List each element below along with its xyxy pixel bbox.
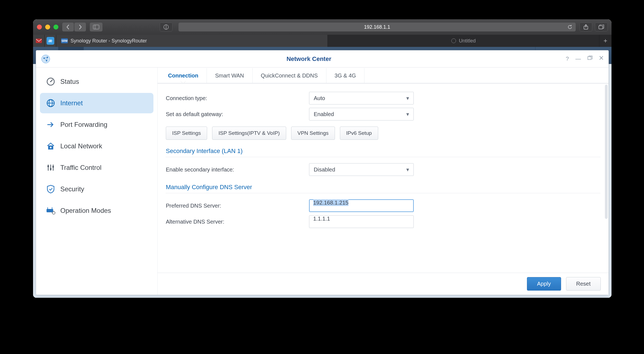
svg-rect-5 bbox=[599, 26, 603, 29]
privacy-button[interactable] bbox=[160, 23, 172, 31]
home-network-icon bbox=[46, 141, 55, 151]
connection-type-select[interactable]: Auto ▾ bbox=[309, 92, 414, 104]
alternative-dns-input[interactable]: 1.1.1.1 bbox=[309, 215, 414, 228]
reload-button[interactable] bbox=[567, 25, 572, 29]
default-gateway-label: Set as default gateway: bbox=[166, 111, 309, 117]
svg-point-43 bbox=[52, 166, 54, 168]
svg-rect-0 bbox=[93, 25, 99, 29]
srm-badge-icon: SRM bbox=[61, 38, 68, 43]
svg-point-41 bbox=[47, 165, 49, 167]
apply-button[interactable]: Apply bbox=[527, 277, 561, 291]
row-preferred-dns: Preferred DNS Server: 192.168.1.215 bbox=[166, 199, 600, 212]
back-button[interactable] bbox=[62, 23, 74, 31]
chevron-down-icon: ▾ bbox=[406, 95, 409, 101]
maximize-button[interactable] bbox=[588, 56, 592, 62]
maximize-window-button[interactable] bbox=[53, 25, 58, 29]
sidebar-item-label: Security bbox=[60, 185, 84, 193]
row-default-gateway: Set as default gateway: Enabled ▾ bbox=[166, 108, 600, 120]
svg-rect-44 bbox=[47, 209, 53, 212]
scrollbar-thumb[interactable] bbox=[605, 85, 608, 219]
minimize-window-button[interactable] bbox=[45, 25, 50, 29]
tab-synology-router[interactable]: SRM Synology Router - SynologyRouter bbox=[56, 35, 328, 47]
isp-iptv-voip-button[interactable]: ISP Settings(IPTV & VoIP) bbox=[212, 127, 286, 140]
titlebar: 192.168.1.1 bbox=[33, 19, 611, 35]
isp-settings-button[interactable]: ISP Settings bbox=[166, 127, 207, 140]
vpn-settings-button[interactable]: VPN Settings bbox=[291, 127, 335, 140]
chevron-right-icon bbox=[78, 24, 82, 30]
ipv6-setup-button[interactable]: IPv6 Setup bbox=[340, 127, 378, 140]
sidebar-item-label: Traffic Control bbox=[60, 164, 101, 171]
main-panel: Connection Smart WAN QuickConnect & DDNS… bbox=[157, 68, 608, 295]
window-titlebar: Network Center ? — bbox=[36, 50, 608, 68]
tab-smart-wan[interactable]: Smart WAN bbox=[207, 68, 253, 83]
sidebar-item-label: Local Network bbox=[60, 142, 102, 150]
window-controls bbox=[37, 25, 58, 29]
vertical-scrollbar[interactable] bbox=[605, 85, 608, 271]
tab-3g-4g[interactable]: 3G & 4G bbox=[326, 68, 365, 83]
minimize-button[interactable]: — bbox=[575, 56, 581, 62]
mail-icon bbox=[36, 38, 42, 44]
nav-buttons bbox=[62, 23, 86, 31]
svg-rect-6 bbox=[36, 39, 42, 43]
close-button[interactable] bbox=[599, 56, 604, 62]
main-scroll[interactable]: Connection type: Auto ▾ Set as default g… bbox=[158, 84, 608, 273]
tabs-button[interactable] bbox=[595, 23, 608, 31]
sidebar-item-local-network[interactable]: Local Network bbox=[40, 136, 153, 156]
forward-button[interactable] bbox=[74, 23, 86, 31]
chevron-down-icon: ▾ bbox=[406, 111, 409, 117]
window-footer: Apply Reset bbox=[158, 273, 608, 295]
sidebar-item-status[interactable]: Status bbox=[40, 71, 153, 92]
pinned-tab-1[interactable] bbox=[33, 35, 45, 47]
input-value: 1.1.1.1 bbox=[313, 216, 330, 222]
sidebar-item-label: Internet bbox=[60, 99, 83, 107]
secondary-enable-select[interactable]: Disabled ▾ bbox=[309, 163, 414, 176]
tab-label: Untitled bbox=[459, 38, 476, 44]
preferred-dns-input[interactable]: 192.168.1.215 bbox=[309, 199, 414, 212]
sidebar-item-label: Status bbox=[60, 78, 79, 85]
reset-button[interactable]: Reset bbox=[566, 277, 601, 291]
sidebar-item-port-forwarding[interactable]: Port Forwarding bbox=[40, 114, 153, 135]
window-body: Status Internet Port Forwarding Local Ne… bbox=[36, 68, 608, 295]
gauge-icon bbox=[46, 77, 55, 86]
default-gateway-select[interactable]: Enabled ▾ bbox=[309, 108, 414, 120]
reload-icon bbox=[567, 25, 572, 29]
secondary-enable-label: Enable secondary interface: bbox=[166, 167, 309, 173]
help-button[interactable]: ? bbox=[566, 56, 569, 62]
chevron-down-icon: ▾ bbox=[406, 166, 409, 173]
new-tab-button[interactable]: + bbox=[599, 35, 611, 47]
shield-icon bbox=[46, 184, 55, 194]
close-window-button[interactable] bbox=[37, 25, 42, 29]
router-gear-icon bbox=[46, 206, 55, 215]
tab-quickconnect-ddns[interactable]: QuickConnect & DDNS bbox=[253, 68, 326, 83]
main-tabs: Connection Smart WAN QuickConnect & DDNS… bbox=[158, 68, 608, 84]
sidebar-item-label: Port Forwarding bbox=[60, 121, 107, 128]
sidebar-icon bbox=[93, 25, 99, 29]
pinned-tab-2[interactable]: æ bbox=[45, 35, 56, 47]
row-connection-type: Connection type: Auto ▾ bbox=[166, 92, 600, 104]
select-value: Enabled bbox=[314, 111, 334, 117]
sidebar-item-traffic-control[interactable]: Traffic Control bbox=[40, 157, 153, 178]
svg-point-37 bbox=[50, 147, 52, 148]
address-bar[interactable]: 192.168.1.1 bbox=[178, 23, 576, 31]
sidebar-item-operation-modes[interactable]: Operation Modes bbox=[40, 200, 153, 221]
sidebar-item-security[interactable]: Security bbox=[40, 179, 153, 199]
tab-connection[interactable]: Connection bbox=[160, 68, 207, 83]
sidebar-item-internet[interactable]: Internet bbox=[40, 93, 153, 113]
preferred-dns-label: Preferred DNS Server: bbox=[166, 203, 309, 209]
compass-icon bbox=[451, 38, 456, 43]
sidebar-toggle-button[interactable] bbox=[90, 23, 102, 31]
tab-untitled[interactable]: Untitled bbox=[328, 35, 599, 47]
window-controls: ? — bbox=[566, 56, 604, 62]
select-value: Auto bbox=[314, 95, 325, 101]
tabs-icon bbox=[599, 25, 604, 29]
browser-window: 192.168.1.1 æ SRM Synology Router - Syno… bbox=[33, 19, 611, 298]
svg-rect-30 bbox=[588, 57, 591, 60]
window-app-icon bbox=[41, 54, 50, 64]
connection-type-label: Connection type: bbox=[166, 95, 309, 101]
share-button[interactable] bbox=[580, 23, 592, 31]
secondary-interface-heading: Secondary Interface (LAN 1) bbox=[166, 148, 600, 157]
alternative-dns-label: Alternative DNS Server: bbox=[166, 219, 309, 225]
toolbar-right bbox=[580, 23, 608, 31]
tab-label: Synology Router - SynologyRouter bbox=[71, 38, 147, 44]
svg-point-47 bbox=[52, 211, 55, 214]
